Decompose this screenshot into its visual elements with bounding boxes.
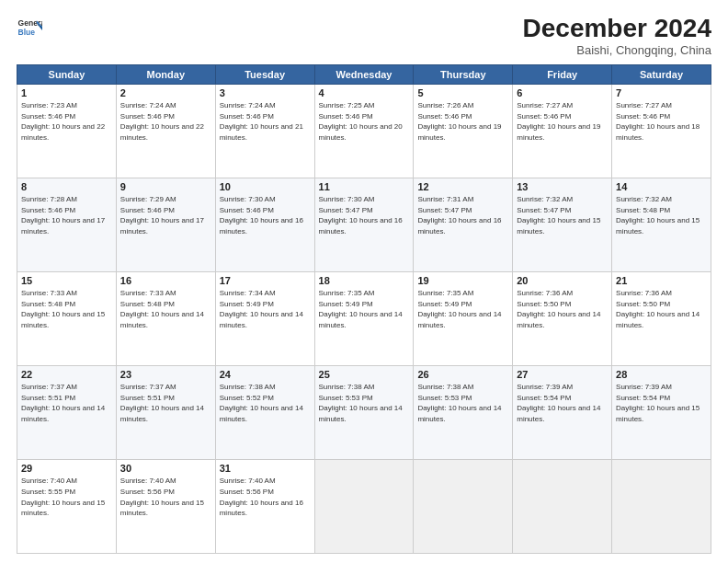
day-info: Sunrise: 7:34 AMSunset: 5:49 PMDaylight:… <box>220 289 303 329</box>
day-info: Sunrise: 7:36 AMSunset: 5:50 PMDaylight:… <box>616 289 700 329</box>
day-number: 14 <box>616 181 707 192</box>
day-number: 27 <box>517 369 608 380</box>
col-thursday: Thursday <box>414 64 513 84</box>
day-info: Sunrise: 7:33 AMSunset: 5:48 PMDaylight:… <box>120 289 204 329</box>
col-saturday: Saturday <box>612 64 711 84</box>
table-row <box>414 459 513 553</box>
day-number: 30 <box>120 463 211 474</box>
title-block: December 2024 Baishi, Chongqing, China <box>523 15 711 57</box>
day-info: Sunrise: 7:40 AMSunset: 5:55 PMDaylight:… <box>21 477 105 517</box>
day-number: 17 <box>220 275 311 286</box>
table-row: 17 Sunrise: 7:34 AMSunset: 5:49 PMDaylig… <box>215 271 314 365</box>
day-number: 18 <box>319 275 410 286</box>
day-info: Sunrise: 7:27 AMSunset: 5:46 PMDaylight:… <box>517 101 600 142</box>
day-number: 26 <box>417 369 508 380</box>
table-row: 11 Sunrise: 7:30 AMSunset: 5:47 PMDaylig… <box>314 178 414 271</box>
calendar-week-2: 8 Sunrise: 7:28 AMSunset: 5:46 PMDayligh… <box>17 178 711 271</box>
day-info: Sunrise: 7:32 AMSunset: 5:48 PMDaylight:… <box>616 195 700 236</box>
day-number: 5 <box>417 87 508 98</box>
day-number: 28 <box>616 369 707 380</box>
table-row: 25 Sunrise: 7:38 AMSunset: 5:53 PMDaylig… <box>314 365 414 459</box>
table-row: 1 Sunrise: 7:23 AMSunset: 5:46 PMDayligh… <box>17 84 117 178</box>
day-info: Sunrise: 7:32 AMSunset: 5:47 PMDaylight:… <box>517 195 600 236</box>
day-number: 11 <box>319 181 410 192</box>
day-number: 22 <box>21 369 112 380</box>
day-number: 13 <box>517 181 608 192</box>
location: Baishi, Chongqing, China <box>523 43 711 57</box>
day-info: Sunrise: 7:29 AMSunset: 5:46 PMDaylight:… <box>120 195 204 236</box>
table-row: 12 Sunrise: 7:31 AMSunset: 5:47 PMDaylig… <box>414 178 513 271</box>
day-number: 16 <box>120 275 211 286</box>
calendar-table: Sunday Monday Tuesday Wednesday Thursday… <box>17 64 711 554</box>
day-info: Sunrise: 7:37 AMSunset: 5:51 PMDaylight:… <box>120 383 204 423</box>
table-row: 14 Sunrise: 7:32 AMSunset: 5:48 PMDaylig… <box>612 178 711 271</box>
day-info: Sunrise: 7:38 AMSunset: 5:52 PMDaylight:… <box>220 383 303 423</box>
col-tuesday: Tuesday <box>215 64 314 84</box>
day-info: Sunrise: 7:40 AMSunset: 5:56 PMDaylight:… <box>120 477 204 517</box>
day-info: Sunrise: 7:30 AMSunset: 5:47 PMDaylight:… <box>319 195 403 236</box>
day-info: Sunrise: 7:25 AMSunset: 5:46 PMDaylight:… <box>319 101 403 142</box>
day-info: Sunrise: 7:39 AMSunset: 5:54 PMDaylight:… <box>616 383 700 423</box>
table-row <box>612 459 711 553</box>
table-row: 31 Sunrise: 7:40 AMSunset: 5:56 PMDaylig… <box>215 459 314 553</box>
table-row <box>314 459 414 553</box>
table-row: 18 Sunrise: 7:35 AMSunset: 5:49 PMDaylig… <box>314 271 414 365</box>
table-row: 5 Sunrise: 7:26 AMSunset: 5:46 PMDayligh… <box>414 84 513 178</box>
table-row: 6 Sunrise: 7:27 AMSunset: 5:46 PMDayligh… <box>513 84 612 178</box>
day-number: 31 <box>220 463 311 474</box>
day-info: Sunrise: 7:36 AMSunset: 5:50 PMDaylight:… <box>517 289 600 329</box>
day-number: 3 <box>220 87 311 98</box>
table-row: 19 Sunrise: 7:35 AMSunset: 5:49 PMDaylig… <box>414 271 513 365</box>
day-number: 24 <box>220 369 311 380</box>
table-row: 30 Sunrise: 7:40 AMSunset: 5:56 PMDaylig… <box>116 459 215 553</box>
table-row: 27 Sunrise: 7:39 AMSunset: 5:54 PMDaylig… <box>513 365 612 459</box>
col-wednesday: Wednesday <box>314 64 414 84</box>
day-info: Sunrise: 7:33 AMSunset: 5:48 PMDaylight:… <box>21 289 105 329</box>
table-row: 4 Sunrise: 7:25 AMSunset: 5:46 PMDayligh… <box>314 84 414 178</box>
day-info: Sunrise: 7:26 AMSunset: 5:46 PMDaylight:… <box>417 101 501 142</box>
table-row: 8 Sunrise: 7:28 AMSunset: 5:46 PMDayligh… <box>17 178 117 271</box>
day-info: Sunrise: 7:24 AMSunset: 5:46 PMDaylight:… <box>120 101 204 142</box>
day-info: Sunrise: 7:35 AMSunset: 5:49 PMDaylight:… <box>417 289 501 329</box>
month-title: December 2024 <box>523 15 711 43</box>
day-number: 23 <box>120 369 211 380</box>
day-number: 19 <box>417 275 508 286</box>
day-info: Sunrise: 7:35 AMSunset: 5:49 PMDaylight:… <box>319 289 403 329</box>
day-number: 29 <box>21 463 112 474</box>
logo-icon: General Blue <box>17 15 42 40</box>
table-row: 20 Sunrise: 7:36 AMSunset: 5:50 PMDaylig… <box>513 271 612 365</box>
table-row: 2 Sunrise: 7:24 AMSunset: 5:46 PMDayligh… <box>116 84 215 178</box>
table-row: 10 Sunrise: 7:30 AMSunset: 5:46 PMDaylig… <box>215 178 314 271</box>
day-number: 15 <box>21 275 112 286</box>
header-row: Sunday Monday Tuesday Wednesday Thursday… <box>17 64 711 84</box>
table-row: 13 Sunrise: 7:32 AMSunset: 5:47 PMDaylig… <box>513 178 612 271</box>
day-info: Sunrise: 7:40 AMSunset: 5:56 PMDaylight:… <box>220 477 303 517</box>
day-info: Sunrise: 7:31 AMSunset: 5:47 PMDaylight:… <box>417 195 501 236</box>
day-number: 21 <box>616 275 707 286</box>
table-row: 21 Sunrise: 7:36 AMSunset: 5:50 PMDaylig… <box>612 271 711 365</box>
day-number: 6 <box>517 87 608 98</box>
day-info: Sunrise: 7:28 AMSunset: 5:46 PMDaylight:… <box>21 195 105 236</box>
table-row: 7 Sunrise: 7:27 AMSunset: 5:46 PMDayligh… <box>612 84 711 178</box>
day-info: Sunrise: 7:37 AMSunset: 5:51 PMDaylight:… <box>21 383 105 423</box>
day-number: 10 <box>220 181 311 192</box>
table-row: 15 Sunrise: 7:33 AMSunset: 5:48 PMDaylig… <box>17 271 117 365</box>
header: General Blue December 2024 Baishi, Chong… <box>17 15 711 57</box>
page: General Blue December 2024 Baishi, Chong… <box>0 0 728 563</box>
day-number: 2 <box>120 87 211 98</box>
svg-text:Blue: Blue <box>18 28 36 37</box>
day-info: Sunrise: 7:38 AMSunset: 5:53 PMDaylight:… <box>417 383 501 423</box>
table-row: 9 Sunrise: 7:29 AMSunset: 5:46 PMDayligh… <box>116 178 215 271</box>
day-info: Sunrise: 7:24 AMSunset: 5:46 PMDaylight:… <box>220 101 303 142</box>
table-row: 3 Sunrise: 7:24 AMSunset: 5:46 PMDayligh… <box>215 84 314 178</box>
calendar-week-3: 15 Sunrise: 7:33 AMSunset: 5:48 PMDaylig… <box>17 271 711 365</box>
day-number: 8 <box>21 181 112 192</box>
col-sunday: Sunday <box>17 64 117 84</box>
table-row: 28 Sunrise: 7:39 AMSunset: 5:54 PMDaylig… <box>612 365 711 459</box>
table-row: 23 Sunrise: 7:37 AMSunset: 5:51 PMDaylig… <box>116 365 215 459</box>
table-row: 24 Sunrise: 7:38 AMSunset: 5:52 PMDaylig… <box>215 365 314 459</box>
calendar-week-4: 22 Sunrise: 7:37 AMSunset: 5:51 PMDaylig… <box>17 365 711 459</box>
day-info: Sunrise: 7:27 AMSunset: 5:46 PMDaylight:… <box>616 101 700 142</box>
calendar-week-5: 29 Sunrise: 7:40 AMSunset: 5:55 PMDaylig… <box>17 459 711 553</box>
day-number: 25 <box>319 369 410 380</box>
